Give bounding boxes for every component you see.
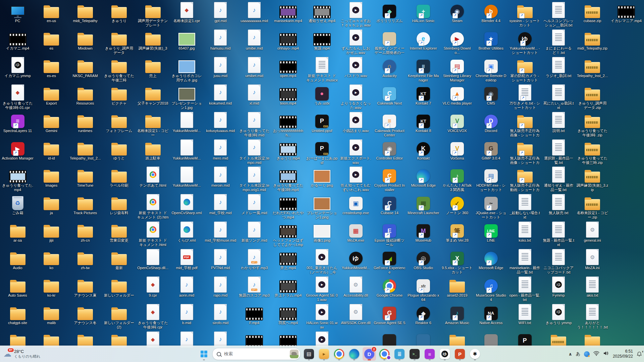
- desktop-icon[interactable]: +↗HALion Sonic: [407, 2, 440, 29]
- desktop-icon[interactable]: 営業日変更: [103, 222, 135, 248]
- desktop-icon[interactable]: KT↗Kontakt 7: [407, 84, 440, 111]
- desktop-icon[interactable]: プレゼンテーション1.png: [306, 194, 338, 221]
- desktop-icon[interactable]: open - 親作品一覧.txt: [508, 277, 541, 303]
- desktop-icon[interactable]: まにまにわーるど！.txt: [542, 29, 575, 56]
- desktop-icon[interactable]: ♪きゅうり食ってた午後3時.mid: [238, 112, 271, 139]
- desktop-icon[interactable]: ↗Google Chrome: [373, 277, 406, 303]
- desktop-icon[interactable]: レジ袋有料: [103, 194, 135, 221]
- tray-app-icon[interactable]: [584, 351, 590, 357]
- desktop-icon[interactable]: ♪jusu.mid: [204, 57, 237, 84]
- desktop-icon[interactable]: ▶001_東北きりたん（ノーマル）_今じゃ...: [306, 249, 338, 276]
- desktop-icon[interactable]: PNT2Untitled.ppsf: [306, 112, 338, 139]
- desktop-icon[interactable]: open.mp4: [272, 57, 304, 84]
- desktop-icon[interactable]: 新規 テキスト ドキュメント (2).html: [137, 194, 169, 221]
- start-button[interactable]: [197, 347, 211, 361]
- desktop-icon[interactable]: PC: [1, 2, 34, 29]
- desktop-icon[interactable]: かるーく.png: [306, 167, 338, 193]
- desktop-icon[interactable]: akis.txt: [576, 277, 609, 303]
- desktop-icon[interactable]: OpenCvSharp.xml: [170, 194, 203, 221]
- desktop-icon[interactable]: ♪aorin.mid: [170, 277, 203, 303]
- desktop-icon[interactable]: 通知うぜえ.mp4: [306, 2, 338, 29]
- desktop-icon[interactable]: 説明.txt: [542, 112, 575, 139]
- desktop-icon[interactable]: ↗Microsoft Edge: [407, 167, 440, 193]
- desktop-icon[interactable]: ↗無人販売不正行為画像 - ショートカッ...: [508, 112, 541, 139]
- desktop-icon[interactable]: 名称未設定1 - コピー: [137, 112, 169, 139]
- desktop-icon[interactable]: ♪kiokumed.mid: [204, 84, 237, 111]
- desktop-icon[interactable]: 父子キャンプ2018: [137, 84, 169, 111]
- desktop-icon[interactable]: ♪MP3わかりやす.mp3: [238, 249, 271, 276]
- desktop-icon[interactable]: ◆きゅうり食ってた午後3時-01.cpr: [1, 84, 34, 111]
- desktop-icon[interactable]: きゅうり食ってた.mp4: [1, 167, 34, 193]
- desktop-icon[interactable]: Telepathy_Inst_2...: [576, 57, 609, 84]
- desktop-icon[interactable]: アナウンス冬: [69, 304, 102, 331]
- desktop-icon[interactable]: ゆFymmp: [542, 277, 575, 303]
- desktop-icon[interactable]: midi_Telepathy.zip: [576, 29, 609, 56]
- desktop-icon[interactable]: teion.mp4: [272, 84, 304, 111]
- desktop-icon[interactable]: ≡↗SpectraLayers 11: [1, 112, 34, 139]
- desktop-icon[interactable]: NA↗Native Access: [475, 304, 507, 331]
- desktop-icon[interactable]: YukkuriMovieM...: [170, 139, 203, 166]
- desktop-icon[interactable]: id-id: [35, 139, 68, 166]
- desktop-icon[interactable]: ♪rajio.mid: [204, 277, 237, 303]
- desktop-icon[interactable]: ♪新規ソング.mid: [238, 222, 271, 248]
- desktop-icon[interactable]: ⚙MoZA.ini: [576, 249, 609, 276]
- desktop-icon[interactable]: ◎↗OBS Studio: [407, 249, 440, 276]
- desktop-icon[interactable]: manisekarin - 親作品一覧.txt: [508, 249, 541, 276]
- desktop-icon[interactable]: F.mp4: [238, 304, 271, 331]
- desktop-icon[interactable]: malib: [35, 304, 68, 331]
- desktop-icon[interactable]: ピクチャ: [103, 84, 135, 111]
- desktop-icon[interactable]: ↗孤独なインディーゲーム開発者の一生 …: [373, 29, 406, 56]
- desktop-icon[interactable]: きゅうり.mp4: [272, 139, 304, 166]
- taskbar-ymm-icon[interactable]: ゆ: [438, 347, 451, 361]
- taskbar-search-box[interactable]: 検索: [212, 348, 301, 360]
- desktop-icon[interactable]: きゅうり_調声用データ.zip: [576, 84, 609, 111]
- desktop-icon[interactable]: 選択肢 - 親作品一覧.txt: [542, 139, 575, 166]
- desktop-icon[interactable]: jijii: [35, 222, 68, 248]
- desktop-icon[interactable]: ♪タイトル未設定.tempo.orig1.mid: [238, 167, 271, 193]
- desktop-icon[interactable]: ♻ごみ箱: [1, 194, 34, 221]
- desktop-icon[interactable]: LINE↗LINE: [475, 222, 507, 248]
- desktop-icon[interactable]: K↗Kontakt: [407, 139, 440, 166]
- desktop-icon[interactable]: ヘッドフォンはずしててよかっt.mp4: [272, 222, 304, 248]
- desktop-icon[interactable]: ♪mero.mid: [204, 139, 237, 166]
- desktop-icon[interactable]: 無題.mp4: [306, 29, 338, 56]
- desktop-icon[interactable]: ▦MoZA.exe: [339, 222, 372, 248]
- desktop-icon[interactable]: ar-sa: [1, 222, 34, 248]
- search-highlight-image[interactable]: [290, 350, 299, 358]
- desktop-icon[interactable]: ゆイカマニ.ymmp: [1, 57, 34, 84]
- desktop-icon[interactable]: e↗Internet Explorer: [407, 29, 440, 56]
- taskbar-edge-icon[interactable]: [347, 347, 361, 361]
- desktop-icon[interactable]: C↗Crypton Product Installer: [373, 167, 406, 193]
- desktop-icon[interactable]: アナウンス夏: [69, 277, 102, 303]
- desktop-icon[interactable]: ♪タイトル未設定.tempo.mid: [238, 139, 271, 166]
- desktop-icon[interactable]: 調声練習(失敗)_3: [137, 29, 169, 56]
- desktop-icon[interactable]: ◆きゅうり食ってた午後3時.cpr: [137, 304, 169, 331]
- desktop-icon[interactable]: TimeTune: [69, 167, 102, 193]
- desktop-icon[interactable]: Gemini: [35, 112, 68, 139]
- taskbar-chrome-profile-icon[interactable]: [378, 347, 391, 361]
- desktop-icon[interactable]: Telepathy_Inst_2...: [69, 139, 102, 166]
- desktop-icon[interactable]: ★↗Brother Utilities: [475, 29, 507, 56]
- desktop-icon[interactable]: 新規 テキスト ドキュメント.html: [137, 222, 169, 248]
- desktop-icon[interactable]: KT↗Kontakt 8: [407, 112, 440, 139]
- desktop-icon[interactable]: ▤↗HDDFMT.exe - ショートカット: [475, 167, 507, 193]
- desktop-icon[interactable]: G↗GIMP 3.0.4: [475, 139, 507, 166]
- desktop-icon[interactable]: ▶ずんだもん_しおかぜふ.wav: [339, 29, 372, 56]
- desktop-icon[interactable]: ♪kotusytuaaus.mid: [204, 112, 237, 139]
- notification-bell-icon[interactable]: z: [637, 351, 642, 357]
- desktop-icon[interactable]: ▶答え知っててもむずいわこれ.wav: [339, 167, 372, 193]
- desktop-icon[interactable]: 井上ドラム.mp4: [272, 277, 304, 303]
- desktop-icon[interactable]: ▣↗Chrome Remote Desktop: [475, 57, 507, 84]
- desktop-icon[interactable]: イカレマニア.mp4: [610, 2, 642, 29]
- desktop-icon[interactable]: YukkuriMovieM...: [170, 167, 203, 193]
- desktop-icon[interactable]: V↗VOICEVOX: [441, 112, 473, 139]
- desktop-icon[interactable]: Auto Saves: [1, 277, 34, 303]
- desktop-icon[interactable]: ⚙general.ini: [576, 222, 609, 248]
- desktop-icon[interactable]: ~↗JQuake.exe - ショートカット: [475, 194, 507, 221]
- desktop-icon[interactable]: 新しいフォルダー (2): [103, 304, 135, 331]
- desktop-icon[interactable]: NKSC_PARAM: [69, 57, 102, 84]
- desktop-icon[interactable]: ゆうと: [103, 139, 135, 166]
- desktop-icon[interactable]: きゅうり食ってた午後三時: [103, 57, 135, 84]
- desktop-icon[interactable]: ♪MP3無題のスコア.mp3: [238, 277, 271, 303]
- desktop-icon[interactable]: en-us: [35, 2, 68, 29]
